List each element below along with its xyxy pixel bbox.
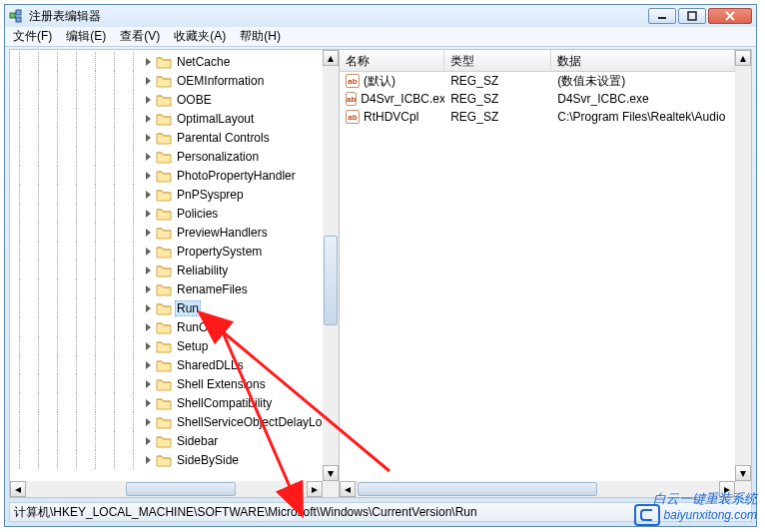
tree-item[interactable]: PnPSysprep [10, 185, 339, 204]
tree-item[interactable]: SharedDLLs [10, 355, 339, 374]
value-row[interactable]: abD4Svr_ICBC.exeREG_SZD4Svr_ICBC.exe [340, 90, 735, 108]
tree-item[interactable]: OptimalLayout [10, 109, 339, 128]
reg-string-icon: ab [346, 92, 357, 106]
close-button[interactable] [708, 8, 752, 24]
column-header-name[interactable]: 名称 [340, 50, 444, 71]
tree-panel: NetCacheOEMInformationOOBEOptimalLayoutP… [10, 50, 340, 497]
expand-icon[interactable] [143, 435, 154, 446]
tree-item[interactable]: SideBySide [10, 450, 339, 469]
value-type: REG_SZ [450, 74, 498, 88]
tree-item-label: PreviewHandlers [175, 226, 270, 240]
scroll-left-arrow[interactable]: ◂ [10, 481, 26, 497]
expand-icon[interactable] [143, 56, 154, 67]
tree-item[interactable]: Sidebar [10, 431, 339, 450]
menu-view[interactable]: 查看(V) [114, 26, 166, 47]
tree-item[interactable]: PhotoPropertyHandler [10, 166, 339, 185]
tree-item[interactable]: NetCache [10, 52, 339, 71]
column-header-type[interactable]: 类型 [444, 50, 551, 71]
tree-item[interactable]: Parental Controls [10, 128, 339, 147]
tree-item-label: Policies [175, 207, 220, 221]
expand-icon[interactable] [143, 340, 154, 351]
expand-icon[interactable] [143, 265, 154, 275]
folder-icon [156, 207, 172, 221]
expand-icon[interactable] [143, 454, 154, 465]
tree-vertical-scrollbar[interactable]: ▴ ▾ [323, 50, 339, 481]
tree-item-label: RenameFiles [175, 282, 250, 296]
folder-icon [156, 188, 172, 202]
values-columns-header[interactable]: 名称类型数据 [340, 50, 735, 72]
value-type: REG_SZ [450, 110, 498, 124]
expand-icon[interactable] [143, 283, 154, 294]
values-vertical-scrollbar[interactable]: ▴ ▾ [735, 50, 751, 481]
menu-favorites[interactable]: 收藏夹(A) [168, 26, 232, 47]
scroll-right-arrow[interactable]: ▸ [307, 481, 323, 497]
folder-icon [156, 339, 172, 353]
reg-string-icon: ab [346, 110, 360, 124]
svg-rect-2 [16, 17, 21, 22]
expand-icon[interactable] [143, 94, 154, 105]
reg-string-icon: ab [346, 74, 360, 88]
expand-icon[interactable] [143, 208, 154, 219]
tree-item-label: Sidebar [175, 434, 220, 448]
expand-icon[interactable] [143, 151, 154, 162]
folder-icon [156, 415, 172, 429]
expand-icon[interactable] [143, 227, 154, 238]
folder-icon [156, 358, 172, 372]
tree-item-label: PnPSysprep [175, 188, 246, 202]
tree-item[interactable]: Personalization [10, 147, 339, 166]
status-path: 计算机\HKEY_LOCAL_MACHINE\SOFTWARE\Microsof… [14, 504, 477, 521]
expand-icon[interactable] [143, 132, 154, 143]
scroll-up-arrow[interactable]: ▴ [323, 50, 339, 66]
tree-item[interactable]: PropertySystem [10, 242, 339, 261]
tree-item[interactable]: OOBE [10, 90, 339, 109]
expand-icon[interactable] [143, 359, 154, 370]
tree-item[interactable]: Shell Extensions [10, 374, 339, 393]
expand-icon[interactable] [143, 321, 154, 332]
tree-item[interactable]: Policies [10, 204, 339, 223]
tree-horizontal-scrollbar[interactable]: ◂ ▸ [10, 481, 323, 497]
svg-line-4 [15, 16, 16, 19]
expand-icon[interactable] [143, 170, 154, 181]
titlebar[interactable]: 注册表编辑器 [5, 5, 756, 27]
folder-icon [156, 74, 172, 88]
tree-item[interactable]: Reliability [10, 261, 339, 279]
expand-icon[interactable] [143, 189, 154, 200]
values-horizontal-scrollbar[interactable]: ◂ ▸ [340, 481, 735, 497]
svg-rect-1 [16, 10, 21, 15]
tree-item[interactable]: Run [10, 298, 339, 317]
minimize-button[interactable] [648, 8, 676, 24]
scroll-down-arrow[interactable]: ▾ [323, 465, 339, 481]
tree-item[interactable]: RunO [10, 317, 339, 336]
maximize-button[interactable] [678, 8, 706, 24]
value-data: D4Svr_ICBC.exe [557, 92, 648, 106]
expand-icon[interactable] [143, 75, 154, 86]
tree-item[interactable]: RenameFiles [10, 279, 339, 298]
menu-file[interactable]: 文件(F) [7, 26, 58, 47]
value-row[interactable]: ab(默认)REG_SZ(数值未设置) [340, 72, 735, 90]
expand-icon[interactable] [143, 246, 154, 257]
menu-help[interactable]: 帮助(H) [234, 26, 287, 47]
tree-item-label: RunO [175, 320, 210, 334]
folder-icon [156, 453, 172, 467]
tree-item-label: NetCache [175, 55, 232, 69]
tree-item[interactable]: ShellServiceObjectDelayLo [10, 412, 339, 431]
column-header-data[interactable]: 数据 [551, 50, 735, 71]
registry-tree[interactable]: NetCacheOEMInformationOOBEOptimalLayoutP… [10, 50, 339, 471]
folder-icon [156, 377, 172, 391]
tree-item[interactable]: Setup [10, 336, 339, 355]
expand-icon[interactable] [143, 113, 154, 124]
values-list[interactable]: ab(默认)REG_SZ(数值未设置)abD4Svr_ICBC.exeREG_S… [340, 72, 735, 481]
menu-edit[interactable]: 编辑(E) [60, 26, 112, 47]
expand-icon[interactable] [143, 378, 154, 389]
value-row[interactable]: abRtHDVCplREG_SZC:\Program Files\Realtek… [340, 108, 735, 126]
svg-rect-0 [10, 13, 15, 18]
tree-item[interactable]: PreviewHandlers [10, 223, 339, 242]
expand-icon[interactable] [143, 302, 154, 313]
value-data: C:\Program Files\Realtek\Audio [557, 110, 725, 124]
tree-item[interactable]: ShellCompatibility [10, 393, 339, 412]
tree-item-label: Parental Controls [175, 131, 272, 145]
expand-icon[interactable] [143, 397, 154, 408]
expand-icon[interactable] [143, 416, 154, 427]
tree-item-label: PropertySystem [175, 245, 264, 259]
tree-item[interactable]: OEMInformation [10, 71, 339, 90]
